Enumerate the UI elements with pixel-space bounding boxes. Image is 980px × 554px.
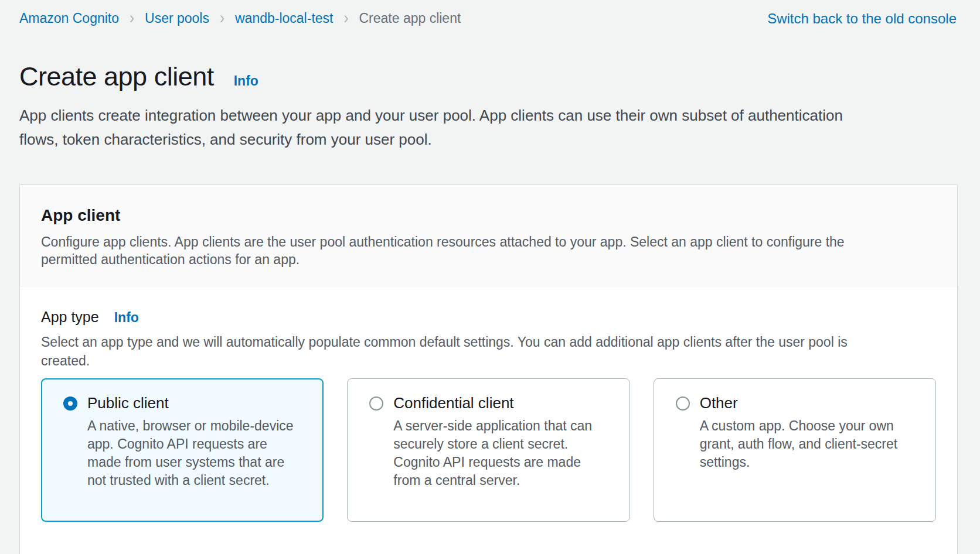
app-type-options: Public client A native, browser or mobil…: [41, 378, 936, 522]
radio-unselected-icon[interactable]: [676, 396, 690, 411]
tile-other-title: Other: [700, 394, 738, 412]
tile-confidential-client-title: Confidential client: [393, 394, 513, 412]
app-client-card-header: App client Configure app clients. App cl…: [20, 185, 957, 286]
page-title: Create app client: [19, 61, 214, 92]
app-type-info-link[interactable]: Info: [114, 310, 139, 326]
tile-public-client-title: Public client: [87, 394, 169, 412]
breadcrumb-amazon-cognito[interactable]: Amazon Cognito: [19, 11, 119, 26]
tile-confidential-client-head: Confidential client: [369, 394, 612, 412]
tile-other-description: A custom app. Choose your own grant, aut…: [700, 417, 906, 471]
app-client-card-body: App type Info Select an app type and we …: [20, 286, 957, 522]
breadcrumb: Amazon Cognito › User pools › wandb-loca…: [19, 9, 461, 28]
page-title-info-link[interactable]: Info: [234, 73, 258, 89]
page-heading-row: Create app client Info: [0, 28, 980, 92]
tile-other[interactable]: Other A custom app. Choose your own gran…: [654, 378, 936, 522]
breadcrumb-user-pools[interactable]: User pools: [145, 11, 209, 26]
breadcrumb-current-page: Create app client: [359, 11, 461, 26]
radio-unselected-icon[interactable]: [369, 396, 383, 411]
app-type-description: Select an app type and we will automatic…: [41, 333, 882, 370]
page-description: App clients create integration between y…: [0, 92, 879, 152]
tile-public-client-description: A native, browser or mobile-device app. …: [87, 417, 294, 490]
tile-other-head: Other: [676, 394, 919, 412]
tile-public-client[interactable]: Public client A native, browser or mobil…: [41, 378, 324, 522]
breadcrumb-bar: Amazon Cognito › User pools › wandb-loca…: [0, 0, 980, 28]
tile-public-client-head: Public client: [63, 394, 307, 412]
app-client-card: App client Configure app clients. App cl…: [19, 184, 958, 554]
app-type-label-row: App type Info: [41, 309, 936, 326]
app-client-card-description: Configure app clients. App clients are t…: [41, 233, 876, 268]
cognito-create-app-client-page: Amazon Cognito › User pools › wandb-loca…: [0, 0, 980, 554]
chevron-right-icon: ›: [217, 7, 227, 30]
breadcrumb-user-pool-name[interactable]: wandb-local-test: [235, 11, 333, 26]
tile-confidential-client-description: A server-side application that can secur…: [393, 417, 600, 490]
radio-selected-icon[interactable]: [63, 396, 77, 411]
app-type-label: App type: [41, 309, 99, 326]
tile-confidential-client[interactable]: Confidential client A server-side applic…: [347, 378, 629, 522]
chevron-right-icon: ›: [341, 7, 351, 30]
app-client-card-title: App client: [41, 206, 936, 225]
switch-old-console-link[interactable]: Switch back to the old console: [767, 11, 957, 27]
chevron-right-icon: ›: [127, 7, 137, 30]
